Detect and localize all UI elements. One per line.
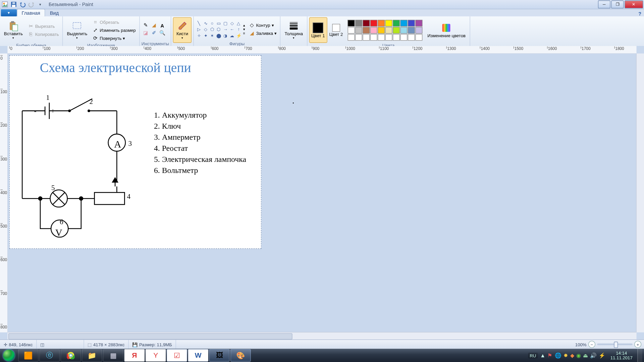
palette-swatch[interactable] xyxy=(408,34,415,41)
tray-network-icon[interactable]: 🌐 xyxy=(555,352,561,358)
palette-swatch[interactable] xyxy=(378,20,385,26)
palette-swatch[interactable] xyxy=(400,20,408,26)
palette-swatch[interactable] xyxy=(416,27,423,34)
color2-button[interactable]: Цвет 2 xyxy=(327,17,345,43)
language-indicator[interactable]: RU xyxy=(528,353,538,358)
palette-swatch[interactable] xyxy=(385,20,392,26)
rotate-button[interactable]: ⟳Повернуть ▾ xyxy=(91,34,138,42)
tab-home[interactable]: Главная xyxy=(17,9,45,16)
palette-swatch[interactable] xyxy=(393,34,400,41)
tray-flag-icon[interactable]: ▲ xyxy=(540,352,545,358)
palette-swatch[interactable] xyxy=(393,27,400,34)
palette-swatch[interactable] xyxy=(355,20,362,26)
zoom-out-button[interactable]: − xyxy=(588,341,595,348)
palette-swatch[interactable] xyxy=(348,34,355,41)
palette-swatch[interactable] xyxy=(363,20,370,26)
palette-swatch[interactable] xyxy=(385,27,392,34)
palette-swatch[interactable] xyxy=(400,27,408,34)
color1-button[interactable]: Цвет 1 xyxy=(309,17,327,43)
canvas-viewport[interactable]: Схема электрической цепи xyxy=(7,54,636,333)
copy-button[interactable]: ⎘Копировать xyxy=(26,30,61,38)
group-brushes: Кисти ▾ xyxy=(171,16,194,47)
taskbar-word[interactable]: W xyxy=(188,349,208,362)
palette-swatch[interactable] xyxy=(363,34,370,41)
edit-colors-button[interactable]: Изменение цветов xyxy=(425,17,468,43)
shape-outline-button[interactable]: ◇Контур ▾ xyxy=(247,21,278,29)
palette-swatch[interactable] xyxy=(416,34,423,41)
tray-volume-icon[interactable]: 🔊 xyxy=(590,352,597,358)
palette-swatch[interactable] xyxy=(348,27,355,34)
show-desktop-button[interactable] xyxy=(637,349,642,362)
tray-app2-icon[interactable]: ◆ xyxy=(570,352,574,358)
palette-swatch[interactable] xyxy=(378,27,385,34)
qat-dropdown-icon[interactable]: ▾ xyxy=(36,0,44,8)
tray-clock[interactable]: 14:1411.11.2017 xyxy=(608,351,635,360)
taskbar-media-player[interactable]: 🟧 xyxy=(18,349,39,362)
brushes-button[interactable]: Кисти ▾ xyxy=(173,17,192,43)
crop-button[interactable]: ⌗Обрезать xyxy=(91,18,138,26)
tray-app-icon[interactable]: ✸ xyxy=(564,352,568,358)
pencil-tool[interactable]: ✎ xyxy=(142,22,150,29)
horizontal-scrollbar[interactable] xyxy=(7,332,636,340)
taskbar-paint[interactable]: 🎨 xyxy=(230,349,251,362)
zoom-slider[interactable] xyxy=(597,344,632,345)
file-menu-button[interactable]: ▾ xyxy=(1,9,17,16)
resize-button[interactable]: ⤢Изменить размер xyxy=(91,26,138,34)
taskbar-chrome[interactable] xyxy=(61,349,81,362)
help-icon[interactable]: ? xyxy=(638,11,641,16)
palette-swatch[interactable] xyxy=(378,34,385,41)
palette-swatch[interactable] xyxy=(348,20,355,26)
palette-swatch[interactable] xyxy=(408,20,415,26)
canvas-title-text: Схема электрической цепи xyxy=(40,60,191,75)
taskbar-ie[interactable]: ⓔ xyxy=(39,349,60,362)
palette-swatch[interactable] xyxy=(370,20,377,26)
palette-swatch[interactable] xyxy=(416,20,423,26)
shape-fill-button[interactable]: ◢Заливка ▾ xyxy=(247,29,278,37)
eraser-tool[interactable]: ◪ xyxy=(142,29,150,37)
maximize-button[interactable]: ❐ xyxy=(611,0,624,8)
taskbar-calculator[interactable]: ▦ xyxy=(103,349,123,362)
shapes-scroll-down[interactable]: ▾ xyxy=(243,27,245,31)
palette-swatch[interactable] xyxy=(400,34,408,41)
palette-swatch[interactable] xyxy=(385,34,392,41)
paint-app-icon[interactable] xyxy=(1,0,9,8)
size-button[interactable]: Толщина ▾ xyxy=(282,17,305,43)
shapes-expand[interactable]: ≡ xyxy=(243,31,245,35)
cut-button[interactable]: ✂Вырезать xyxy=(26,22,61,30)
taskbar-yandex[interactable]: Я xyxy=(124,349,145,362)
undo-icon[interactable] xyxy=(18,0,26,8)
palette-swatch[interactable] xyxy=(370,34,377,41)
palette-swatch[interactable] xyxy=(393,20,400,26)
tray-usb-icon[interactable]: ⏏ xyxy=(583,352,588,358)
select-button[interactable]: Выделить ▾ xyxy=(65,17,90,43)
tray-av-icon[interactable]: ◉ xyxy=(576,352,581,358)
tray-battery-icon[interactable]: ⚡ xyxy=(599,352,605,358)
palette-swatch[interactable] xyxy=(355,34,362,41)
taskbar-app-check[interactable]: ☑ xyxy=(167,349,187,362)
fill-tool[interactable]: ◢ xyxy=(150,22,158,29)
palette-swatch[interactable] xyxy=(363,27,370,34)
minimize-button[interactable]: ─ xyxy=(598,0,610,8)
canvas[interactable]: Схема электрической цепи xyxy=(9,55,262,249)
close-button[interactable]: ✕ xyxy=(625,0,643,8)
palette-swatch[interactable] xyxy=(408,27,415,34)
palette-swatch[interactable] xyxy=(355,27,362,34)
zoom-in-button[interactable]: + xyxy=(634,341,641,348)
shapes-gallery[interactable]: ╲∿○▭▢◇△ ▷◇⬠⬡→←↑ ✧✦✶⬤◑☁⚡ xyxy=(196,20,242,38)
taskbar-explorer[interactable]: 📁 xyxy=(82,349,102,362)
paste-button[interactable]: Вставить ▾ xyxy=(2,17,25,43)
text-tool[interactable]: A xyxy=(158,22,166,29)
taskbar-app-y[interactable]: Y xyxy=(146,349,166,362)
tab-view[interactable]: Вид xyxy=(45,9,63,16)
magnifier-tool[interactable]: 🔍 xyxy=(158,29,166,37)
taskbar-photo-viewer[interactable]: 🖼 xyxy=(209,349,230,362)
picker-tool[interactable]: ✐ xyxy=(150,29,158,37)
redo-icon[interactable] xyxy=(28,0,36,8)
color-palette[interactable] xyxy=(348,20,423,41)
vertical-scrollbar[interactable] xyxy=(636,54,644,333)
start-button[interactable] xyxy=(0,349,18,362)
save-icon[interactable] xyxy=(10,0,18,8)
shapes-scroll-up[interactable]: ▴ xyxy=(243,23,245,27)
tray-shield-icon[interactable]: ⚑ xyxy=(547,352,552,358)
palette-swatch[interactable] xyxy=(370,27,377,34)
